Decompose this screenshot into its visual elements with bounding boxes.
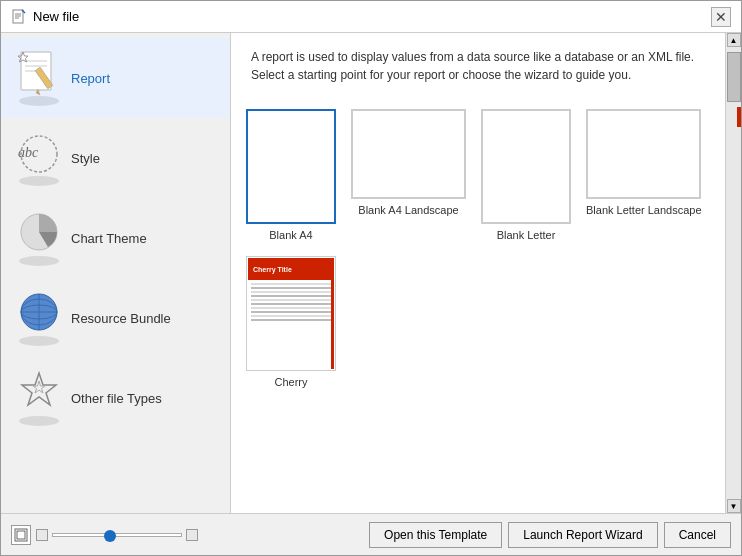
report-icon [11, 48, 66, 108]
dialog: New file ✕ [0, 0, 742, 556]
template-blank-a4[interactable]: Blank A4 [246, 109, 336, 241]
template-preview-blank-a4 [246, 109, 336, 224]
cherry-line-3 [251, 291, 331, 293]
template-preview-cherry: Cherry Title [246, 256, 336, 371]
template-blank-letter[interactable]: Blank Letter [481, 109, 571, 241]
svg-rect-27 [17, 531, 25, 539]
template-cherry[interactable]: Cherry Title [246, 256, 336, 388]
cherry-line-10 [251, 319, 331, 321]
template-scroll-area[interactable]: Blank A4 Blank A4 Landscape Blank Letter [231, 94, 725, 513]
bottom-left [11, 525, 198, 545]
zoom-max [186, 529, 198, 541]
cherry-preview-content: Cherry Title [248, 258, 334, 369]
template-grid: Blank A4 Blank A4 Landscape Blank Letter [246, 104, 710, 393]
scroll-up-button[interactable]: ▲ [727, 33, 741, 47]
close-button[interactable]: ✕ [711, 7, 731, 27]
style-icon: abc [11, 128, 66, 188]
sidebar-item-style[interactable]: abc Style [1, 118, 230, 198]
svg-point-16 [19, 256, 59, 266]
sidebar-item-chart-theme[interactable]: Chart Theme [1, 198, 230, 278]
content-area: A report is used to display values from … [231, 33, 725, 513]
template-label-blank-letter: Blank Letter [497, 229, 556, 241]
scrollbar[interactable]: ▲ ▼ [725, 33, 741, 513]
sidebar-label-style: Style [71, 151, 100, 166]
sidebar-label-resource-bundle: Resource Bundle [71, 311, 171, 326]
sidebar-label-chart-theme: Chart Theme [71, 231, 147, 246]
cherry-header-text: Cherry Title [253, 266, 292, 273]
svg-marker-24 [33, 381, 45, 393]
svg-point-11 [19, 96, 59, 106]
cherry-line-2 [251, 287, 331, 289]
template-label-cherry: Cherry [274, 376, 307, 388]
cherry-line-6 [251, 303, 331, 305]
app-icon [11, 9, 27, 25]
cherry-body [248, 280, 334, 326]
content-description: A report is used to display values from … [251, 50, 694, 82]
title-bar-left: New file [11, 9, 79, 25]
cherry-line-1 [251, 283, 331, 285]
content-header: A report is used to display values from … [231, 33, 725, 94]
template-label-blank-a4-landscape: Blank A4 Landscape [358, 204, 458, 216]
cherry-line-5 [251, 299, 331, 301]
zoom-fit-button[interactable] [11, 525, 31, 545]
zoom-slider[interactable] [52, 533, 182, 537]
svg-point-25 [19, 416, 59, 426]
sidebar-item-report[interactable]: Report [1, 38, 230, 118]
template-preview-blank-letter [481, 109, 571, 224]
bottom-bar: Open this Template Launch Report Wizard … [1, 513, 741, 555]
launch-wizard-button[interactable]: Launch Report Wizard [508, 522, 657, 548]
main-content: Report abc Style [1, 33, 741, 513]
scroll-accent [737, 107, 742, 127]
svg-point-22 [19, 336, 59, 346]
other-file-types-icon [11, 368, 66, 428]
zoom-min [36, 529, 48, 541]
sidebar-item-resource-bundle[interactable]: Resource Bundle [1, 278, 230, 358]
scroll-thumb[interactable] [727, 52, 741, 102]
scroll-down-button[interactable]: ▼ [727, 499, 741, 513]
template-label-blank-letter-landscape: Blank Letter Landscape [586, 204, 702, 216]
zoom-slider-container [36, 529, 198, 541]
cherry-header: Cherry Title [248, 258, 334, 280]
template-blank-letter-landscape[interactable]: Blank Letter Landscape [586, 109, 702, 241]
template-preview-blank-a4-landscape [351, 109, 466, 199]
svg-point-14 [19, 176, 59, 186]
sidebar-item-other-file-types[interactable]: Other file Types [1, 358, 230, 438]
open-template-button[interactable]: Open this Template [369, 522, 502, 548]
cherry-line-7 [251, 307, 331, 309]
title-bar: New file ✕ [1, 1, 741, 33]
cancel-button[interactable]: Cancel [664, 522, 731, 548]
sidebar-label-other-file-types: Other file Types [71, 391, 162, 406]
sidebar: Report abc Style [1, 33, 231, 513]
dialog-title: New file [33, 9, 79, 24]
template-preview-blank-letter-landscape [586, 109, 701, 199]
cherry-right-accent [331, 258, 334, 369]
template-blank-a4-landscape[interactable]: Blank A4 Landscape [351, 109, 466, 241]
zoom-thumb [104, 530, 116, 542]
cherry-line-8 [251, 311, 331, 313]
scroll-track [727, 47, 741, 499]
template-label-blank-a4: Blank A4 [269, 229, 312, 241]
resource-bundle-icon [11, 288, 66, 348]
svg-marker-23 [22, 373, 56, 405]
cherry-line-4 [251, 295, 331, 297]
bottom-right: Open this Template Launch Report Wizard … [369, 522, 731, 548]
cherry-line-9 [251, 315, 331, 317]
chart-theme-icon [11, 208, 66, 268]
sidebar-label-report: Report [71, 71, 110, 86]
